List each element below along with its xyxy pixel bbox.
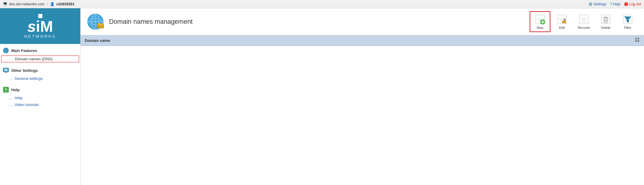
sidebar-logo: siM NETWORKS	[0, 8, 80, 44]
new-button[interactable]: New	[530, 11, 550, 32]
sidebar-item-help[interactable]: ….. Help	[0, 94, 80, 101]
tree-dots-2: …..	[8, 77, 13, 80]
video-tutorials-label: Video tutorials	[15, 102, 39, 107]
help-link-top[interactable]: ? Help	[610, 2, 620, 6]
svg-rect-59	[637, 40, 639, 42]
svg-rect-5	[4, 69, 8, 71]
logo-text: siM	[27, 19, 53, 34]
edit-button[interactable]: Edit	[552, 11, 572, 32]
general-settings-label: General settings	[15, 76, 43, 81]
sidebar-section-main-features: Main Features ….. Domain names (DNS)	[0, 44, 80, 64]
tree-dots-3: …..	[8, 96, 13, 100]
logo-subtext: NETWORKS	[24, 34, 56, 39]
settings-label: Settings	[594, 2, 606, 6]
logo-top-icon	[38, 14, 42, 18]
svg-rect-58	[635, 40, 637, 42]
content-area: Domain names management	[81, 8, 644, 185]
top-bar-links: ⚙️ Settings ? Help 🔴 Log out	[588, 2, 641, 6]
svg-rect-7	[4, 72, 7, 73]
help-icon-top: ?	[610, 2, 612, 6]
sidebar-section-other-settings: Other Settings ….. General settings	[0, 64, 80, 83]
new-label: New	[537, 26, 543, 29]
username: u3d839281	[56, 2, 74, 6]
grid-icon	[635, 38, 640, 43]
table-body	[81, 46, 644, 185]
globe-section-icon	[3, 48, 9, 53]
help-section-label: Help	[11, 88, 20, 92]
svg-rect-6	[5, 72, 7, 72]
records-button[interactable]: Records	[573, 11, 594, 32]
server-icon: 🖥️	[3, 2, 7, 6]
svg-rect-52	[605, 17, 607, 18]
logout-icon: 🔴	[624, 2, 628, 6]
sidebar-item-domain-names[interactable]: ….. Domain names (DNS)	[1, 56, 79, 62]
section-header-main-features: Main Features	[0, 46, 80, 55]
content-title: Domain names management	[109, 18, 530, 26]
svg-text:?: ?	[5, 88, 7, 92]
settings-link[interactable]: ⚙️ Settings	[588, 2, 606, 6]
settings-icon: ⚙️	[588, 2, 593, 6]
logo-wrapper: siM NETWORKS	[24, 14, 56, 39]
filter-button[interactable]: Filter	[617, 11, 638, 32]
table-header: Domain name	[81, 35, 644, 46]
logout-link[interactable]: 🔴 Log out	[624, 2, 641, 6]
user-icon: 👤	[50, 2, 55, 6]
content-header: Domain names management	[81, 8, 644, 35]
help-item-label: Help	[15, 96, 23, 100]
sidebar-item-video-tutorials[interactable]: ….. Video tutorials	[0, 101, 80, 108]
section-header-other-settings: Other Settings	[0, 66, 80, 75]
tree-dots-1: …..	[9, 57, 14, 61]
toolbar: New	[530, 11, 638, 32]
delete-icon	[600, 14, 611, 25]
monitor-section-icon	[3, 67, 9, 73]
records-label: Records	[578, 26, 590, 29]
help-label: Help	[613, 2, 620, 6]
svg-rect-56	[635, 38, 637, 39]
filter-label: Filter	[624, 26, 631, 29]
sidebar-item-general-settings[interactable]: ….. General settings	[0, 75, 80, 82]
column-domain-name: Domain name	[85, 38, 110, 43]
logout-label: Log out	[629, 2, 641, 6]
delete-button[interactable]: Delete	[595, 11, 616, 32]
records-icon	[579, 14, 589, 25]
server-address: dns.sim-networks.com	[9, 2, 44, 6]
main-features-label: Main Features	[11, 48, 37, 53]
separator: ::	[46, 2, 48, 6]
other-settings-label: Other Settings	[11, 68, 38, 73]
top-bar: 🖥️ dns.sim-networks.com :: 👤 u3d839281 ⚙…	[0, 0, 644, 8]
domain-names-label: Domain names (DNS)	[15, 57, 52, 61]
help-section-icon: ?	[3, 87, 9, 93]
edit-label: Edit	[559, 26, 565, 29]
svg-rect-57	[637, 38, 639, 39]
edit-icon	[557, 14, 567, 25]
content-header-icon	[86, 13, 104, 31]
filter-icon	[622, 14, 633, 25]
main-layout: siM NETWORKS Main Features …..	[0, 8, 644, 185]
sidebar-section-help: ? Help ….. Help ….. Video tutorials	[0, 83, 80, 109]
sidebar: siM NETWORKS Main Features …..	[0, 8, 81, 185]
section-header-help: ? Help	[0, 85, 80, 94]
server-info: 🖥️ dns.sim-networks.com :: 👤 u3d839281	[3, 2, 585, 6]
tree-dots-4: …..	[8, 103, 13, 107]
new-icon	[535, 14, 545, 25]
delete-label: Delete	[601, 26, 611, 29]
